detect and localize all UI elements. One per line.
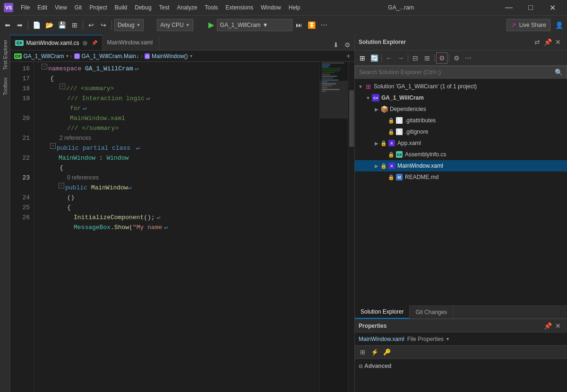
- close-button[interactable]: ✕: [541, 0, 563, 15]
- save-all-button[interactable]: ⊞: [69, 18, 80, 32]
- menu-git[interactable]: Git: [71, 2, 86, 13]
- prop-tb-key[interactable]: 🔑: [381, 347, 393, 358]
- fold-marker-ns[interactable]: -: [42, 64, 47, 69]
- run-target-dropdown[interactable]: GA_1_WillCram ▼: [217, 19, 292, 31]
- step-into-button[interactable]: ⏬: [306, 18, 318, 32]
- tab-cs-close[interactable]: ⊗: [82, 40, 88, 46]
- tree-gitignore[interactable]: 🔒 📄 .gitignore: [355, 126, 567, 137]
- minimize-button[interactable]: —: [498, 0, 520, 15]
- menu-window[interactable]: Window: [257, 2, 285, 13]
- tree-readme[interactable]: 🔒 M README.md: [355, 171, 567, 183]
- se-pin-button[interactable]: 📌: [542, 37, 553, 47]
- debug-config-dropdown[interactable]: Debug ▼: [114, 19, 144, 31]
- prop-tb-grid[interactable]: ⊞: [357, 347, 368, 358]
- menu-analyze[interactable]: Analyze: [173, 2, 201, 13]
- se-tab-git-changes[interactable]: Git Changes: [410, 306, 453, 319]
- menu-edit[interactable]: Edit: [34, 2, 51, 13]
- menu-help[interactable]: Help: [285, 2, 304, 13]
- assemblyinfo-label: AssemblyInfo.cs: [405, 151, 446, 158]
- fold-marker-class[interactable]: -: [50, 143, 56, 149]
- se-toolbar-sep-2: [408, 54, 408, 62]
- back-button[interactable]: ⬅: [2, 18, 13, 32]
- se-toolbar-sep-1: [381, 54, 382, 62]
- tree-expand-appxaml[interactable]: ▶: [373, 139, 380, 147]
- fold-marker-ctor[interactable]: -: [59, 183, 64, 188]
- tree-expand-readme: [380, 173, 388, 181]
- menu-test[interactable]: Test: [155, 2, 173, 13]
- se-tab-solution-explorer[interactable]: Solution Explorer: [355, 306, 410, 319]
- se-search-input[interactable]: [359, 69, 555, 76]
- sidebar-tab-test-explorer[interactable]: Test Explorer: [1, 36, 9, 74]
- breadcrumb-member-dropdown[interactable]: ▾: [190, 53, 192, 59]
- code-content[interactable]: - namespace GA_1_WillCram ↵ { - /// <sum…: [34, 62, 319, 392]
- open-button[interactable]: 📂: [43, 18, 55, 32]
- breadcrumb-project-dropdown[interactable]: ▾: [66, 53, 69, 59]
- tree-assemblyinfo[interactable]: 🔒 C# AssemblyInfo.cs: [355, 149, 567, 160]
- account-button[interactable]: 👤: [553, 18, 565, 32]
- tree-expand-solution[interactable]: ▼: [357, 83, 364, 90]
- breadcrumb-project[interactable]: C# GA_1_WillCram ▾: [14, 53, 69, 60]
- sidebar-tab-toolbox[interactable]: Toolbox: [1, 74, 9, 99]
- tree-expand-mainwindow[interactable]: ▶: [373, 162, 380, 170]
- code-line-19-cont2: MainWindow.xaml: [42, 113, 319, 123]
- se-toolbar-refresh[interactable]: 🔄: [369, 52, 380, 64]
- se-toolbar-settings[interactable]: ⚙: [451, 52, 462, 64]
- menu-project[interactable]: Project: [86, 2, 111, 13]
- fold-marker-summary[interactable]: -: [60, 84, 65, 89]
- breadcrumb-add-button[interactable]: +: [346, 52, 351, 60]
- tree-project[interactable]: ▼ C# GA_1_WillCram: [355, 92, 567, 103]
- prop-close-button[interactable]: ✕: [553, 321, 563, 331]
- scrollbar-thumb[interactable]: [349, 90, 354, 147]
- menu-extensions[interactable]: Extensions: [222, 2, 257, 13]
- prop-tb-sort[interactable]: ⚡: [369, 347, 380, 358]
- tree-dependencies[interactable]: ▶ 📦 Dependencies: [355, 103, 567, 115]
- menu-build[interactable]: Build: [111, 2, 131, 13]
- tree-expand-deps[interactable]: ▶: [373, 105, 380, 113]
- se-close-button[interactable]: ✕: [553, 37, 563, 47]
- run-button[interactable]: ▶: [206, 19, 216, 31]
- prop-pin-button[interactable]: 📌: [542, 321, 553, 331]
- save-button[interactable]: 💾: [56, 18, 68, 32]
- breadcrumb-member[interactable]: ◇ MainWindow() ▾: [145, 53, 192, 60]
- se-toolbar-pending[interactable]: ⚙: [436, 52, 447, 64]
- live-share-icon: ↗: [511, 21, 516, 29]
- se-toolbar-collapse[interactable]: ⊟: [410, 52, 421, 64]
- breadcrumb-namespace[interactable]: ⬡ GA_1_WillCram.Main↓: [74, 53, 139, 60]
- step-over-button[interactable]: ⏭: [293, 18, 305, 32]
- live-share-button[interactable]: ↗ Live Share: [507, 19, 550, 31]
- se-toolbar-more[interactable]: ⋯: [463, 52, 474, 64]
- toolbar-extra[interactable]: ⋯: [318, 18, 330, 32]
- menu-tools[interactable]: Tools: [201, 2, 222, 13]
- se-toolbar-back[interactable]: ←: [383, 52, 395, 64]
- menu-view[interactable]: View: [51, 2, 71, 13]
- new-project-button[interactable]: 📄: [31, 18, 43, 32]
- se-toolbar-forward[interactable]: →: [395, 52, 406, 64]
- tree-solution-root[interactable]: ▼ ⊞ Solution 'GA_1_WillCram' (1 of 1 pro…: [355, 81, 567, 92]
- tab-cs-pin[interactable]: 📌: [92, 40, 97, 45]
- se-sync-button[interactable]: ⇄: [532, 37, 542, 47]
- tree-expand-project[interactable]: ▼: [364, 94, 372, 102]
- tab-mainwindow-xaml[interactable]: MainWindow.xaml: [103, 35, 159, 50]
- platform-dropdown[interactable]: Any CPU ▼: [157, 19, 193, 31]
- maximize-button[interactable]: □: [520, 0, 541, 15]
- prop-file-dropdown[interactable]: ▾: [447, 336, 449, 341]
- menu-debug[interactable]: Debug: [131, 2, 155, 13]
- tab-list-button[interactable]: ⬇: [331, 40, 341, 50]
- tab-mainwindow-cs[interactable]: C# MainWindow.xaml.cs ⊗ 📌: [10, 35, 103, 50]
- forward-button[interactable]: ➡: [14, 18, 26, 32]
- tab-split-button[interactable]: ⚙: [342, 40, 352, 50]
- se-search-icon[interactable]: 🔍: [555, 68, 563, 76]
- se-toolbar-properties[interactable]: ⊞: [357, 52, 368, 64]
- tree-appxaml[interactable]: ▶ 🔒 X App.xaml: [355, 137, 567, 149]
- tree-gitattributes[interactable]: 🔒 📄 .gitattributes: [355, 115, 567, 126]
- code-editor[interactable]: 16 17 18 19 20 21 22 23 24 25 26: [10, 62, 354, 392]
- code-line-20: /// </summary>: [42, 123, 319, 133]
- se-search-box[interactable]: 🔍: [355, 66, 567, 79]
- redo-button[interactable]: ↪: [98, 18, 109, 32]
- editor-scrollbar[interactable]: [348, 62, 354, 392]
- menu-file[interactable]: File: [17, 2, 34, 13]
- se-toolbar-filter[interactable]: ⊞: [421, 52, 433, 64]
- tree-mainwindowxaml[interactable]: ▶ 🔒 X MainWindow.xaml: [355, 160, 567, 171]
- prop-section-toggle[interactable]: ⊟: [359, 364, 362, 369]
- undo-button[interactable]: ↩: [86, 18, 97, 32]
